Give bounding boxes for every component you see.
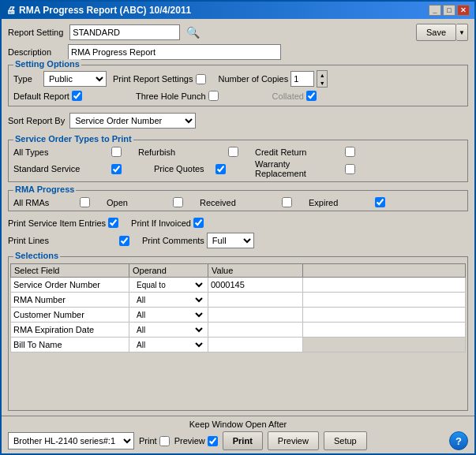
selection-extra-cell [303,323,466,338]
type-label: Type [13,74,37,84]
credit-return-checkbox[interactable] [345,147,355,157]
col-header-extra [303,264,466,278]
copies-spinner: ▲ ▼ [317,70,328,88]
open-label: Open [107,198,170,207]
print-button[interactable]: Print [223,431,263,450]
setting-options-title: Setting Options [13,59,81,69]
main-window: 🖨 RMA Progress Report (ABC) 10/4/2011 _ … [0,0,476,455]
selections-section: Selections Select Field Operand Value Se… [8,256,468,411]
col-header-field: Select Field [11,264,129,278]
default-report-checkbox[interactable] [72,91,82,101]
window-controls: _ □ ✕ [429,5,470,16]
selection-operand-cell[interactable]: AllEqual toNot Equal toLess thanGreater … [129,338,208,352]
selection-value-cell[interactable] [208,278,303,293]
print-service-item-label: Print Service Item Entries [8,218,106,228]
all-types-checkbox[interactable] [111,147,122,157]
refurbish-label: Refurbish [138,147,225,157]
print-service-item-checkbox[interactable] [108,218,118,228]
selection-extra-cell [303,278,466,293]
operand-select[interactable]: AllEqual toNot Equal toLess thanGreater … [132,308,205,321]
number-of-copies-group: Number of Copies ▲ ▼ [219,70,328,88]
selection-operand-cell[interactable]: AllEqual toNot Equal toLess thanGreater … [129,323,208,338]
setup-button[interactable]: Setup [324,431,367,450]
warranty-replacement-checkbox[interactable] [345,164,355,174]
preview-button[interactable]: Preview [268,431,319,450]
selection-value-cell[interactable] [208,293,303,308]
save-dropdown-button[interactable]: ▼ [456,24,468,41]
received-checkbox[interactable] [282,197,292,207]
bottom-section: Keep Window Open After Brother HL-2140 s… [2,416,474,453]
rma-progress-section: RMA Progress All RMAs Open Received Expi… [8,190,468,211]
selections-title: Selections [13,251,60,260]
selection-operand-cell[interactable]: AllEqual toNot Equal toLess thanGreater … [129,308,208,323]
service-order-types-section: Service Order Types to Print All Types R… [8,140,468,182]
price-quotes-label: Price Quotes [154,164,225,173]
selection-operand-cell[interactable]: Equal to [129,278,208,293]
table-row: RMA NumberAllEqual toNot Equal toLess th… [11,293,466,308]
price-quotes-checkbox[interactable] [216,164,226,174]
search-icon[interactable]: 🔍 [186,26,200,39]
keep-window-label: Keep Window Open After [189,420,287,429]
window-title: RMA Progress Report (ABC) 10/4/2011 [19,5,191,16]
collated-checkbox[interactable] [306,91,317,101]
setting-options-section: Setting Options Type Public Print Report… [8,65,468,106]
operand-select[interactable]: Equal to [132,278,205,291]
sort-report-by-row: Sort Report By Service Order Number [8,113,468,129]
selection-field-cell: Service Order Number [11,278,129,293]
selection-field-cell: RMA Expiration Date [11,323,129,338]
selection-value-cell[interactable] [208,308,303,323]
all-rmas-checkbox[interactable] [80,197,90,207]
report-setting-input[interactable]: STANDARD [69,24,180,40]
all-rmas-label: All RMAs [13,198,77,207]
selection-operand-cell[interactable]: AllEqual toNot Equal toLess thanGreater … [129,293,208,308]
collated-label: Collated [272,91,304,101]
close-button[interactable]: ✕ [457,5,470,16]
print-lines-checkbox[interactable] [119,236,129,246]
preview-checkbox[interactable] [208,436,218,446]
print-report-settings-label: Print Report Settings [113,74,193,84]
type-select[interactable]: Public [43,71,107,87]
help-icon: ? [455,435,462,447]
save-button[interactable]: Save [416,24,456,41]
operand-select[interactable]: AllEqual toNot Equal toLess thanGreater … [132,323,205,336]
print-report-settings-checkbox[interactable] [196,74,206,84]
description-input[interactable]: RMA Progress Report [68,44,281,60]
preview-checkbox-group: Preview [174,436,218,446]
table-row: Customer NumberAllEqual toNot Equal toLe… [11,308,466,323]
selection-value-cell[interactable] [208,323,303,338]
copies-increment-button[interactable]: ▲ [317,71,327,79]
open-checkbox[interactable] [173,197,183,207]
value-input[interactable] [211,278,300,291]
print-if-invoiced-checkbox[interactable] [193,218,204,228]
copies-decrement-button[interactable]: ▼ [317,79,327,87]
table-row: RMA Expiration DateAllEqual toNot Equal … [11,323,466,338]
operand-select[interactable]: AllEqual toNot Equal toLess thanGreater … [132,293,205,306]
table-row: Bill To NameAllEqual toNot Equal toLess … [11,338,466,352]
three-hole-punch-group: Three Hole Punch [136,91,219,101]
printer-select[interactable]: Brother HL-2140 series#:1 [8,432,134,449]
sort-report-by-select[interactable]: Service Order Number [69,113,196,129]
print-comments-select[interactable]: Full None Partial [207,233,254,248]
help-button[interactable]: ? [449,431,468,450]
save-button-group: Save ▼ [416,24,468,41]
preview-checkbox-label: Preview [174,436,205,446]
print-report-settings-group: Print Report Settings [113,74,206,84]
expired-checkbox[interactable] [375,197,385,207]
number-of-copies-input[interactable] [290,71,314,87]
standard-service-checkbox[interactable] [111,164,122,174]
print-checkbox[interactable] [159,436,170,446]
rma-progress-title: RMA Progress [13,185,76,194]
operand-select[interactable]: AllEqual toNot Equal toLess thanGreater … [132,338,205,351]
credit-return-label: Credit Return [255,147,342,157]
minimize-button[interactable]: _ [429,5,441,16]
three-hole-punch-checkbox[interactable] [208,91,219,101]
description-row: Description RMA Progress Report [8,44,468,60]
print-lines-row: Print Lines Print Comments Full None Par… [8,233,468,248]
selection-value-cell[interactable] [208,338,303,352]
maximize-button[interactable]: □ [443,5,455,16]
print-checkbox-group: Print [139,436,170,446]
three-hole-punch-label: Three Hole Punch [136,91,206,101]
default-report-group: Default Report [13,91,82,101]
refurbish-checkbox[interactable] [228,147,238,157]
print-comments-group: Print Comments Full None Partial [142,233,254,248]
